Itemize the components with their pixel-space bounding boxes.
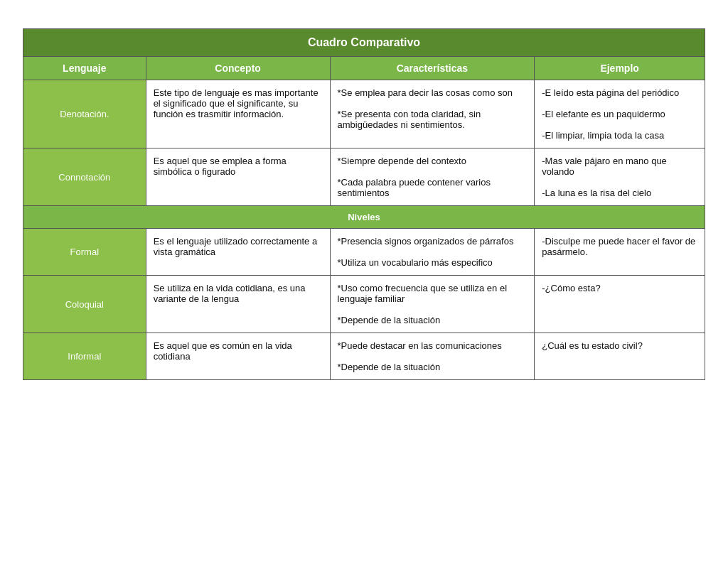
table-wrapper: Cuadro Comparativo Lenguaje Concepto Car… [23,28,705,380]
ejemplo-coloquial: -¿Cómo esta? [535,276,705,333]
caracteristicas-coloquial: *Uso como frecuencia que se utiliza en e… [330,276,535,333]
row-informal: Informal Es aquel que es común en la vid… [23,333,705,380]
ejemplo-informal: ¿Cuál es tu estado civil? [535,333,705,380]
header-row: Lenguaje Concepto Características Ejempl… [23,57,705,80]
concepto-denotacion: Este tipo de lenguaje es mas importante … [146,80,330,148]
header-lenguaje: Lenguaje [23,57,146,80]
header-caracteristicas: Características [330,57,535,80]
lenguaje-denotacion: Denotación. [23,80,146,148]
lenguaje-formal: Formal [23,229,146,276]
caracteristicas-denotacion: *Se emplea para decir las cosas como son… [330,80,535,148]
lenguaje-informal: Informal [23,333,146,380]
title-row: Cuadro Comparativo [23,29,705,57]
caracteristicas-informal: *Puede destacar en las comunicaciones*De… [330,333,535,380]
row-coloquial: Coloquial Se utiliza en la vida cotidian… [23,276,705,333]
niveles-label: Niveles [23,206,705,229]
concepto-connotacion: Es aquel que se emplea a forma simbólica… [146,148,330,206]
header-concepto: Concepto [146,57,330,80]
row-denotacion: Denotación. Este tipo de lenguaje es mas… [23,80,705,148]
caracteristicas-connotacion: *Siempre depende del contexto*Cada palab… [330,148,535,206]
row-niveles: Niveles [23,206,705,229]
concepto-informal: Es aquel que es común en la vida cotidia… [146,333,330,380]
concepto-formal: Es el lenguaje utilizado correctamente a… [146,229,330,276]
header-ejemplo: Ejemplo [535,57,705,80]
table-title: Cuadro Comparativo [23,29,705,57]
row-formal: Formal Es el lenguaje utilizado correcta… [23,229,705,276]
lenguaje-coloquial: Coloquial [23,276,146,333]
cuadro-comparativo-table: Cuadro Comparativo Lenguaje Concepto Car… [23,28,705,380]
ejemplo-connotacion: -Mas vale pájaro en mano que volando-La … [535,148,705,206]
lenguaje-connotacion: Connotación [23,148,146,206]
ejemplo-denotacion: -E leído esta página del periódico-El el… [535,80,705,148]
row-connotacion: Connotación Es aquel que se emplea a for… [23,148,705,206]
concepto-coloquial: Se utiliza en la vida cotidiana, es una … [146,276,330,333]
ejemplo-formal: -Disculpe me puede hacer el favor de pas… [535,229,705,276]
caracteristicas-formal: *Presencia signos organizados de párrafo… [330,229,535,276]
